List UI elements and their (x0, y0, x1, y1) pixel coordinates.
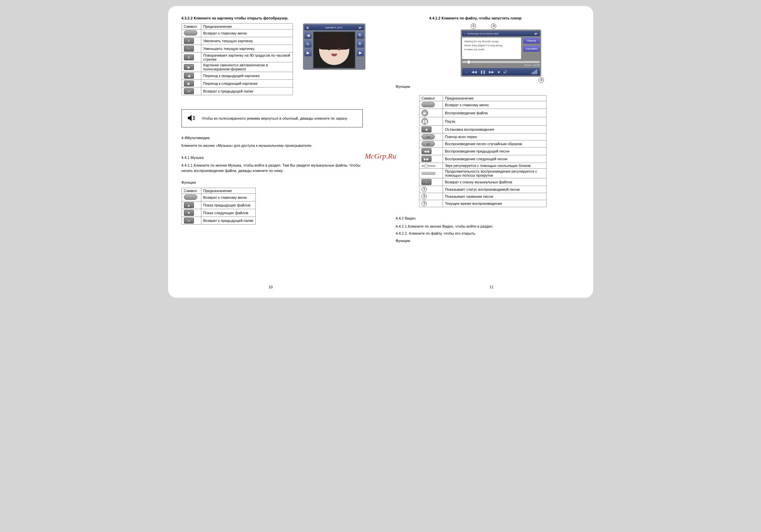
callout-3: ③ (539, 77, 544, 83)
player-symbol-table: Символ Предназначение Возврат к главному… (419, 95, 547, 207)
shuffle-icon: shf (421, 141, 435, 146)
ap-vol-icon: 🔊 (503, 70, 507, 74)
table-cell: Возврат к предыдущей папке (201, 87, 293, 95)
ap-repeat-button: Повтор (523, 38, 540, 44)
pb-rotate-icon: ↻ (304, 40, 312, 48)
pb-file-icon: ▦ (306, 26, 309, 29)
photo-browser-mock: ▦ 0004BPS.JPG ◀━ ◀ ↻ ▶ (303, 23, 365, 70)
paragraph-4-4-2-1: 4.4.2.1.Кликните по иконке Видео, чтобы … (396, 224, 580, 229)
table-cell: Возврат к списку музыкальных файлов (443, 178, 547, 186)
table-header-symbol: Символ (419, 96, 443, 101)
callout-1-ref: ① (421, 187, 427, 192)
back-folder-icon: ↩ (184, 218, 194, 224)
table-cell: Звук регулируется с помощью скользящих б… (443, 163, 547, 169)
heading-4-3-2-2: 4.3.2.2 Кликните на картинку чтобы откры… (182, 16, 366, 20)
page-number: 11 (490, 285, 494, 289)
table-cell: Переход к предыдущей картинке (201, 72, 293, 80)
table-cell: Поворачивает картинку на 90 градусов по … (201, 53, 293, 62)
table-cell: Показывает статус воспроизводимой песни (443, 186, 547, 193)
table-cell: Остановка воспроизведения (443, 126, 547, 133)
page-11: 4.4.1.2 Кликните по файлу, чтобы запусти… (389, 16, 580, 291)
ap-progress-bar (462, 61, 540, 63)
progress-bar-icon (421, 172, 436, 175)
callout-1: ① (471, 23, 476, 29)
table-header-symbol: Символ (182, 188, 201, 194)
callout-3-ref: ③ (421, 201, 427, 206)
paragraph-4-4: Кликните по иконке «Музыка» для доступа … (182, 143, 366, 148)
table-cell: Увеличить текущую картинку (201, 37, 293, 45)
tip-box: Чтобы из полноэкранного режима вернуться… (182, 109, 363, 127)
zoom-out-icon: − (184, 46, 194, 52)
lyric-line: When they played I'd sing along, (464, 44, 519, 48)
ap-title: Yesterday Once More.mp3 (465, 32, 534, 35)
heading-4-4-1-2: 4.4.1.2 Кликните по файлу, чтобы запусти… (429, 16, 580, 20)
pb-zoom-out-icon: 🔍 (357, 40, 364, 48)
player-with-callouts: ① ② ♪ Yesterday Once More.mp3 ◀━ Waiting… (461, 23, 548, 83)
zoom-in-icon: + (184, 38, 194, 44)
table-cell: Картинки сменяются автоматически в полно… (201, 62, 293, 72)
lyric-line: Waiting for my favorite songs (464, 40, 519, 44)
paragraph-4-4-2-2: 4.4.2.2. Кликните по файлу, чтобы его от… (396, 231, 580, 236)
lyric-line: It make me smile. (464, 48, 519, 52)
table-cell: Продолжительность воспроизведения регули… (443, 169, 547, 178)
back-folder-icon: ↩ (184, 88, 194, 94)
speaker-icon (187, 113, 197, 124)
table-header-symbol: Символ (182, 24, 201, 29)
pause-icon: ❚❚ (421, 118, 428, 125)
audio-player-mock: ♪ Yesterday Once More.mp3 ◀━ Waiting for… (461, 29, 541, 77)
ap-back-icon: ◀━ (534, 32, 538, 35)
table-cell: Показ следующих файлов (201, 209, 256, 217)
prev-track-icon: ◀◀ (421, 148, 432, 154)
ap-lyrics: Waiting for my favorite songs When they … (462, 38, 521, 59)
pb-filename: 0004BPS.JPG (325, 26, 343, 29)
home-icon (184, 30, 197, 36)
document-spread: 4.3.2.2 Кликните на картинку чтобы откры… (168, 6, 593, 298)
table-cell: Показ предыдущих файлов (201, 201, 256, 209)
home-icon (184, 194, 197, 200)
slideshow-icon: ▶ (184, 64, 194, 70)
paragraph-4-4-1-1: 4.4.1.1 Кликните по иконке Музыка, чтобы… (182, 163, 366, 173)
table-cell: Показывает название песни (443, 193, 547, 200)
back-list-icon: ← (421, 179, 432, 185)
functions-label: Функции (182, 180, 366, 185)
table-header-purpose: Предназначение (443, 96, 547, 101)
pb-prev-icon: ◀ (304, 32, 312, 39)
pb-next-icon: ▶ (357, 49, 364, 56)
table-cell: Возврат к главному меню (443, 101, 547, 109)
ap-controls: ← ◀◀ ❚❚ ▶▶ ■ 🔊 (462, 68, 540, 75)
page-number: 10 (269, 285, 273, 289)
next-track-icon: ▶▶ (421, 156, 432, 162)
ap-back-list-icon: ← (465, 70, 468, 74)
pb-photo-area (313, 32, 355, 68)
next-image-icon: ▶ (184, 80, 194, 86)
prev-image-icon: ◀ (184, 73, 194, 79)
pb-zoom-in-icon: 🔍 (357, 32, 364, 39)
table-cell: Переход к следующей картинке (201, 80, 293, 87)
table-cell: Уменьшить текущую картинку (201, 45, 293, 53)
page-10: 4.3.2.2 Кликните на картинку чтобы откры… (182, 16, 369, 291)
table-cell: Повтор всех перен (443, 133, 547, 140)
repeat-icon: rep (421, 134, 435, 139)
table-cell: Текущее время воспроизведения (443, 200, 547, 207)
prev-files-icon: ▲ (184, 202, 194, 208)
table-cell: Воспроизведение песен случайным образом (443, 140, 547, 147)
next-files-icon: ▼ (184, 210, 194, 216)
functions-label-2: Функции (396, 238, 580, 243)
photo-browser-symbol-table: Символ Предназначение Возврат к главному… (182, 23, 293, 95)
table-cell: Возврат к главному меню (201, 29, 293, 37)
ap-pause-icon: ❚❚ (480, 70, 486, 74)
ap-stop-icon: ■ (498, 70, 500, 74)
table-cell: Возврат к главному меню (201, 194, 256, 201)
functions-label: Функции (396, 84, 580, 89)
ap-next-icon: ▶▶ (489, 70, 494, 74)
table-header-purpose: Предназначение (201, 188, 256, 194)
photo-child-face (319, 35, 349, 65)
table-header-purpose: Предназначение (201, 24, 293, 29)
heading-4-4-2: 4.4.2 Видео (396, 216, 580, 221)
callout-2: ② (491, 23, 496, 29)
table-cell: Пауза (443, 117, 547, 126)
ap-shuffle-button: Случайно (523, 46, 540, 52)
ap-time: 00:12 / 03:56 (462, 64, 540, 67)
heading-4-4-1: 4.4.1 Музыка (182, 155, 366, 160)
table-cell: Возврат к предыдущей папке (201, 217, 256, 225)
